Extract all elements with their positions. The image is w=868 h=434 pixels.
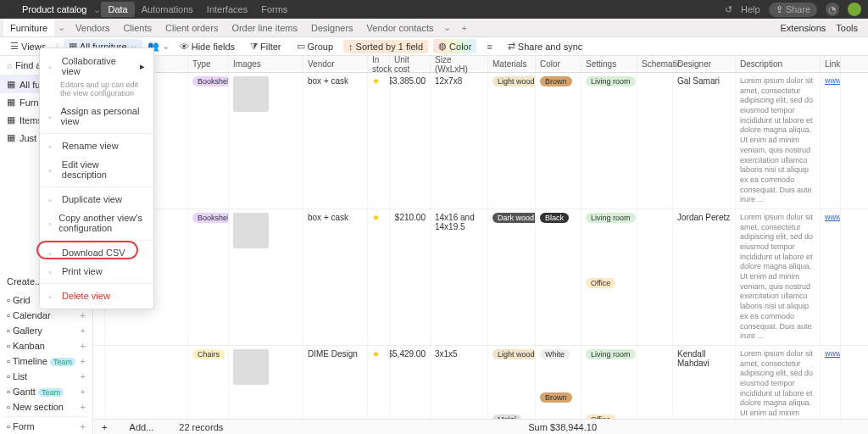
- menu-icon: ◦: [48, 112, 55, 120]
- share-button[interactable]: ⇪ Share: [769, 3, 817, 17]
- topbar: ▤ Product catalog ⌄ Data Automations Int…: [0, 0, 868, 19]
- tools-link[interactable]: Tools: [836, 23, 858, 33]
- add-table-button[interactable]: +: [454, 19, 473, 36]
- create-view-type[interactable]: ▫ Kanban +: [0, 338, 92, 353]
- table-tab[interactable]: Vendors: [69, 19, 116, 36]
- menu-item[interactable]: ◦Delete view: [40, 287, 153, 305]
- tab-forms[interactable]: Forms: [254, 2, 294, 17]
- menu-item[interactable]: ◦Assign as personal view: [40, 102, 153, 131]
- create-view-type[interactable]: ▫ Form +: [0, 419, 92, 434]
- add-row-button[interactable]: +: [102, 422, 113, 432]
- menu-item[interactable]: ◦Print view: [40, 262, 153, 281]
- column-header[interactable]: Unit cost: [390, 56, 431, 72]
- table-row[interactable]: Bookshelves box + cask ★ $3,385.00 12x7x…: [93, 73, 868, 209]
- menu-item[interactable]: ◦Download CSV: [40, 243, 153, 262]
- menu-item[interactable]: ◦Rename view: [40, 136, 153, 155]
- tab-data[interactable]: Data: [101, 2, 134, 17]
- bell-icon[interactable]: ◔: [826, 3, 839, 16]
- data-grid: NameTypeImagesVendorIn stockUnit costSiz…: [93, 56, 868, 434]
- menu-icon: ◦: [48, 165, 57, 174]
- menu-subtitle: Editors and up can edit the view configu…: [40, 81, 153, 102]
- column-header[interactable]: Color: [536, 56, 581, 72]
- filter-button[interactable]: ⧩ Filter: [245, 39, 286, 53]
- column-header[interactable]: Images: [229, 56, 303, 72]
- grid-footer: + Add... 22 records Sum $38,944.10: [93, 419, 868, 434]
- hide-fields-button[interactable]: 👁 Hide fields: [175, 40, 240, 53]
- table-tab[interactable]: Client orders: [159, 19, 225, 36]
- create-view-type[interactable]: ▫ New section +: [0, 399, 92, 415]
- menu-icon: ◦: [48, 195, 57, 203]
- column-header[interactable]: Link: [821, 56, 841, 72]
- column-header[interactable]: Type: [188, 56, 229, 72]
- group-button[interactable]: ▭ Group: [292, 39, 339, 53]
- chevron-down-icon[interactable]: ⌄: [54, 22, 69, 33]
- base-title[interactable]: Product catalog: [22, 4, 86, 14]
- menu-item[interactable]: ◦Edit view description: [40, 155, 153, 184]
- color-button[interactable]: ◍ Color: [433, 39, 476, 53]
- add-label[interactable]: Add...: [130, 422, 154, 432]
- table-tab[interactable]: Order line items: [225, 19, 304, 36]
- table-tab[interactable]: Furniture: [3, 19, 54, 36]
- menu-icon: ◦: [48, 219, 53, 227]
- base-icon: ▤: [7, 4, 15, 15]
- table-tabs: Furniture ⌄ Vendors Clients Client order…: [0, 19, 868, 37]
- menu-item[interactable]: ◦Duplicate view: [40, 190, 153, 209]
- history-icon[interactable]: ↺: [725, 4, 732, 15]
- tab-interfaces[interactable]: Interfaces: [200, 2, 254, 17]
- menu-icon: ◦: [48, 267, 57, 275]
- view-context-menu: ◦Collaborative view▸Editors and up can e…: [39, 47, 154, 309]
- extensions-link[interactable]: Extensions: [781, 23, 826, 33]
- menu-icon: ◦: [48, 248, 57, 257]
- menu-item[interactable]: ◦Copy another view's configuration: [40, 209, 153, 237]
- row-height-button[interactable]: ≡: [481, 40, 497, 53]
- column-header[interactable]: Designer: [673, 56, 736, 72]
- column-header[interactable]: Description: [736, 56, 821, 72]
- product-image: [233, 349, 269, 385]
- column-header[interactable]: In stock: [368, 56, 390, 72]
- table-tab[interactable]: Clients: [116, 19, 159, 36]
- chevron-down-icon[interactable]: ⌄: [440, 22, 454, 33]
- column-header[interactable]: Schematic: [637, 56, 673, 72]
- avatar[interactable]: [848, 3, 861, 16]
- create-view-type[interactable]: ▫ List +: [0, 369, 92, 384]
- sum-value: Sum $38,944.10: [528, 422, 597, 432]
- create-view-type[interactable]: ▫ Timeline Team+: [0, 353, 92, 369]
- table-tab[interactable]: Designers: [304, 19, 360, 36]
- table-tab[interactable]: Vendor contacts: [360, 19, 441, 36]
- create-view-type[interactable]: ▫ Gallery +: [0, 323, 92, 338]
- menu-item[interactable]: ◦Collaborative view▸: [40, 52, 153, 81]
- table-row[interactable]: Bookshelves box + cask ★ $210.00 14x16 a…: [93, 209, 868, 346]
- share-sync-button[interactable]: ⇄ Share and sync: [503, 39, 587, 53]
- sort-button[interactable]: ↕ Sorted by 1 field: [343, 40, 428, 53]
- product-image: [233, 213, 269, 248]
- chevron-down-icon[interactable]: ⌄: [93, 4, 101, 15]
- tab-automations[interactable]: Automations: [135, 2, 200, 17]
- menu-icon: ◦: [48, 292, 57, 300]
- column-header[interactable]: Size (WxLxH): [431, 56, 488, 72]
- help-link[interactable]: Help: [741, 4, 760, 14]
- column-header[interactable]: Materials: [488, 56, 536, 72]
- column-header[interactable]: Settings: [581, 56, 637, 72]
- create-view-type[interactable]: ▫ Gantt Team+: [0, 384, 92, 399]
- product-image: [233, 76, 269, 112]
- record-count: 22 records: [179, 422, 223, 432]
- menu-icon: ◦: [48, 62, 57, 70]
- column-header[interactable]: Vendor: [303, 56, 368, 72]
- menu-icon: ◦: [48, 142, 57, 150]
- create-view-type[interactable]: ▫ Calendar +: [0, 308, 92, 323]
